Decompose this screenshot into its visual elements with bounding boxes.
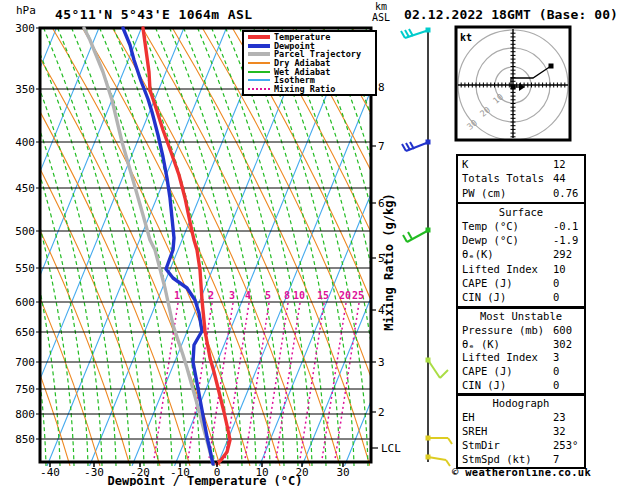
station-title: 45°11'N 5°43'E 1064m ASL xyxy=(55,7,252,22)
table-row: CAPE (J)0 xyxy=(462,278,584,289)
legend-item: Isotherm xyxy=(246,76,373,84)
altitude-axis-unit-asl: ASL xyxy=(372,13,390,23)
table-row: StmDir253° xyxy=(462,440,584,451)
table-row: Totals Totals44 xyxy=(462,173,584,184)
indices-table: K12Totals Totals44PW (cm)0.76 xyxy=(456,154,586,204)
km-tick-label: 2 xyxy=(378,406,385,419)
pressure-tick-label: 600 xyxy=(15,296,35,309)
table-row-value: 23 xyxy=(553,412,584,423)
svg-text:25: 25 xyxy=(352,290,364,301)
legend-swatch xyxy=(248,62,270,64)
legend-item: Dry Adiabat xyxy=(246,59,373,67)
km-tick-label: 7 xyxy=(378,140,385,153)
mixing-axis-title: Mixing Ratio (g/kg) xyxy=(382,193,396,330)
hodograph-unit-label: kt xyxy=(460,32,472,43)
legend-label: Dry Adiabat xyxy=(274,59,330,67)
table-row-label: θₑ (K) xyxy=(462,339,553,350)
table-row-label: Lifted Index xyxy=(462,352,553,363)
table-row-value: 253° xyxy=(553,440,584,451)
table-row-label: Lifted Index xyxy=(462,264,553,275)
table-row-label: StmDir xyxy=(462,440,553,451)
lcl-label: LCL xyxy=(381,442,401,455)
table-row-label: EH xyxy=(462,412,553,423)
svg-text:1: 1 xyxy=(174,290,180,301)
table-row-label: PW (cm) xyxy=(462,188,553,199)
legend-item: Mixing Ratio xyxy=(246,85,373,93)
table-row-label: CIN (J) xyxy=(462,292,553,303)
parcel-trajectory-curve xyxy=(84,28,213,464)
table-row-label: CAPE (J) xyxy=(462,366,553,377)
credit-watermark: © weatheronline.co.uk xyxy=(452,466,591,478)
table-row-label: Pressure (mb) xyxy=(462,325,553,336)
table-row-value: 0.76 xyxy=(553,188,584,199)
legend-label: Mixing Ratio xyxy=(274,85,335,93)
wind-barb xyxy=(401,28,431,39)
wind-barb xyxy=(426,358,449,379)
table-row: EH23 xyxy=(462,412,584,423)
temperature-curve xyxy=(143,28,230,464)
table-row-label: CAPE (J) xyxy=(462,278,553,289)
table-row-value: 0 xyxy=(553,278,584,289)
table-row-value: 0 xyxy=(553,366,584,377)
indices-table: SurfaceTemp (°C)-0.1Dewp (°C)-1.9θₑ(K)29… xyxy=(456,202,586,308)
table-title: Hodograph xyxy=(462,398,584,409)
table-row-label: StmSpd (kt) xyxy=(462,454,553,465)
hodograph: 102030kt xyxy=(456,27,570,140)
pressure-tick-label: 700 xyxy=(15,356,35,369)
pressure-tick-label: 450 xyxy=(15,182,35,195)
table-row: CAPE (J)0 xyxy=(462,366,584,377)
altitude-axis-unit-km: km xyxy=(375,2,387,12)
km-tick-label: 3 xyxy=(378,356,385,369)
table-row-label: Dewp (°C) xyxy=(462,235,553,246)
table-row: StmSpd (kt)7 xyxy=(462,454,584,465)
indices-table: Most UnstablePressure (mb)600θₑ (K)302Li… xyxy=(456,307,586,395)
table-row: CIN (J)0 xyxy=(462,380,584,391)
table-row-value: 600 xyxy=(553,325,584,336)
wind-barb xyxy=(402,140,431,152)
pressure-tick-label: 850 xyxy=(15,433,35,446)
svg-text:15: 15 xyxy=(317,290,329,301)
pressure-tick-label: 750 xyxy=(15,383,35,396)
run-datetime: 02.12.2022 18GMT (Base: 00) xyxy=(404,7,618,22)
skewt-sounding-page: 1234581015202530035040045050055060065070… xyxy=(0,0,629,486)
table-title: Surface xyxy=(462,207,584,218)
pressure-tick-label: 350 xyxy=(15,83,35,96)
table-row: CIN (J)0 xyxy=(462,292,584,303)
table-row-value: 44 xyxy=(553,173,584,184)
table-row-value: -0.1 xyxy=(553,221,584,232)
chart-legend: TemperatureDewpointParcel TrajectoryDry … xyxy=(242,30,377,96)
table-row-value: 292 xyxy=(553,249,584,260)
pressure-tick-label: 650 xyxy=(15,326,35,339)
legend-swatch xyxy=(248,71,270,73)
table-title: Most Unstable xyxy=(462,311,584,322)
table-row: θₑ(K)292 xyxy=(462,249,584,260)
table-row: Dewp (°C)-1.9 xyxy=(462,235,584,246)
legend-swatch xyxy=(248,35,270,39)
temp-tick-label: -30 xyxy=(84,466,104,479)
x-axis-title: Dewpoint / Temperature (°C) xyxy=(107,474,302,486)
table-row: SREH32 xyxy=(462,426,584,437)
table-row-label: Totals Totals xyxy=(462,173,553,184)
svg-text:2: 2 xyxy=(208,290,214,301)
table-row-value: 12 xyxy=(553,159,584,170)
table-row: Temp (°C)-0.1 xyxy=(462,221,584,232)
svg-text:3: 3 xyxy=(229,290,235,301)
pressure-tick-label: 500 xyxy=(15,225,35,238)
table-row: PW (cm)0.76 xyxy=(462,188,584,199)
pressure-axis-unit: hPa xyxy=(16,4,36,17)
table-row-value: -1.9 xyxy=(553,235,584,246)
pressure-tick-label: 300 xyxy=(15,22,35,35)
km-tick-label: 8 xyxy=(378,81,385,94)
table-row-value: 10 xyxy=(553,264,584,275)
wind-barb-column xyxy=(401,28,452,467)
svg-text:5: 5 xyxy=(265,290,271,301)
temp-tick-label: -40 xyxy=(40,466,60,479)
svg-text:10: 10 xyxy=(293,290,305,301)
pressure-tick-label: 550 xyxy=(15,262,35,275)
table-row-label: K xyxy=(462,159,553,170)
table-row-value: 32 xyxy=(553,426,584,437)
table-row: Lifted Index3 xyxy=(462,352,584,363)
wind-barb xyxy=(426,436,453,445)
legend-swatch xyxy=(248,52,270,56)
table-row-value: 0 xyxy=(553,380,584,391)
